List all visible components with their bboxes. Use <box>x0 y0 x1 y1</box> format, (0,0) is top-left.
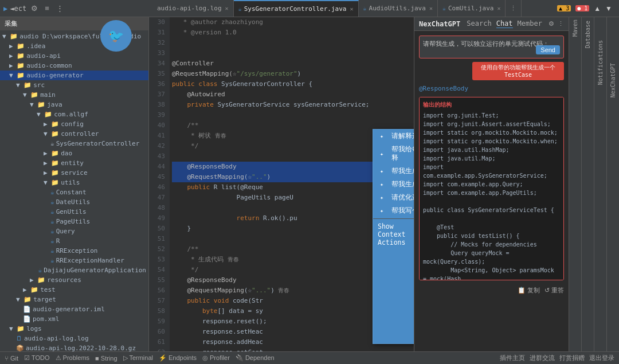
cm-explain-code[interactable]: ✦ 请解释这部分代码 <box>373 130 414 143</box>
tree-item-config[interactable]: ▶ 📁 config <box>0 119 148 129</box>
join-group-btn[interactable]: 进群交流 <box>530 354 555 362</box>
chat-input-box[interactable]: 请帮我生成，可以独立运行的单元测试代码： Send <box>419 36 564 58</box>
tree-item-rrexception[interactable]: ☕ RRException <box>0 246 148 256</box>
ai-sparkle-icon: ✦ <box>378 168 386 174</box>
tree-label: src <box>33 81 45 89</box>
tree-item-utils[interactable]: ▼ 📁 utils <box>0 178 148 187</box>
tree-item-dao[interactable]: ▶ 📁 dao <box>0 148 148 158</box>
settings-icon[interactable]: ⚙ <box>29 3 40 14</box>
close-icon[interactable]: ✕ <box>497 5 500 11</box>
retry-button[interactable]: ↺ 重答 <box>544 286 564 295</box>
donate-btn[interactable]: 打赏捐赠 <box>559 354 585 362</box>
tree-item-pageutils[interactable]: ☕ PageUtils <box>0 217 148 226</box>
tree-item-log1[interactable]: 🗒 audio-api-log.log <box>0 334 148 343</box>
generated-code: import org.junit.Test; import org.junit.… <box>423 111 560 280</box>
tree-item-log2[interactable]: 📦 audio-api-log.2022-10-28.0.gz <box>0 343 148 351</box>
close-icon[interactable]: ✕ <box>429 5 433 11</box>
bottom-bar: ⑂ Git ☑ TODO ⚠ Problems ■ String ▷ Termi… <box>0 351 619 364</box>
cm-item-label: 帮我写个简总结 <box>391 206 414 215</box>
git-btn[interactable]: ⑂ Git <box>5 355 18 362</box>
up-arrow-btn[interactable]: ▲ <box>594 5 601 13</box>
java-file-icon: ☕ <box>38 267 42 274</box>
tab-audio-log[interactable]: audio-api-log.log ✕ <box>152 0 234 17</box>
nexchatgpt-side-label[interactable]: NexChatGPT <box>610 63 616 97</box>
cm-gen-unit-tests[interactable]: ✦ 帮我生成单元测试 <box>373 178 414 191</box>
cm-optimize-code[interactable]: ✦ 请优化这部分代码 <box>373 191 414 204</box>
notifications-label[interactable]: Notifications <box>597 40 604 85</box>
tree-item-dateutils[interactable]: ☕ DateUtils <box>0 197 148 207</box>
code-line <box>172 110 412 120</box>
tree-item-constant[interactable]: ☕ Constant <box>0 187 148 197</box>
cm-item-label: Show Context Actions <box>378 222 414 246</box>
database-panel: Database <box>581 17 594 351</box>
down-arrow-btn[interactable]: ▼ <box>605 5 612 13</box>
tab-com-util[interactable]: ☕ ComUtil.java ✕ <box>438 0 506 17</box>
cm-write-summary[interactable]: ✦ 帮我写个简总结 <box>373 204 414 217</box>
tree-item-logs[interactable]: ▼ 📁 logs <box>0 324 148 334</box>
tab-label: audio-api-log.log <box>157 5 222 12</box>
tree-item-target[interactable]: ▼ 📁 target <box>0 295 148 304</box>
tree-item-com-allgf[interactable]: ▼ 📁 com.allgf <box>0 109 148 119</box>
tree-item-genutils[interactable]: ☕ GenUtils <box>0 207 148 217</box>
tree-item-service[interactable]: ▶ 📁 service <box>0 168 148 178</box>
tab-audio-utils[interactable]: ☕ AudioUtils.java ✕ <box>359 0 438 17</box>
close-icon[interactable]: ✕ <box>350 6 353 12</box>
database-label[interactable]: Database <box>585 21 591 48</box>
tree-item-sysgenerator-ctrl[interactable]: ☕ SysGeneratorController <box>0 139 148 148</box>
tree-item-r[interactable]: ☕ R <box>0 236 148 246</box>
tree-item-entity[interactable]: ▶ 📁 entity <box>0 158 148 168</box>
tab-sys-generator[interactable]: ☕ SysGeneratorController.java ✕ <box>234 0 359 17</box>
nexchatgpt-brand: NexChatGPT <box>419 20 460 28</box>
maven-label[interactable]: Maven <box>572 19 578 37</box>
more-icon-right[interactable]: ⋮ <box>558 20 564 28</box>
tab-chat[interactable]: Chat <box>496 19 513 28</box>
tab-search[interactable]: Search <box>467 19 491 28</box>
menu-icon[interactable]: ≡ <box>42 3 52 14</box>
code-line: @RequestMapping(☆"/sys/generator") <box>172 69 412 79</box>
close-icon[interactable]: ✕ <box>225 5 229 11</box>
more-icon[interactable]: ⋮ <box>54 3 66 14</box>
logout-btn[interactable]: 退出登录 <box>589 354 614 362</box>
tree-item-test[interactable]: ▶ 📁 test <box>0 285 148 295</box>
tab-member[interactable]: Member <box>518 19 542 28</box>
tree-item-controller[interactable]: ▼ 📁 controller <box>0 129 148 139</box>
todo-btn[interactable]: ☑ TODO <box>24 354 49 362</box>
tree-item-audio-generator[interactable]: ▼ 📁 audio-generator <box>0 71 148 80</box>
tree-item-src[interactable]: ▼ 📁 src <box>0 80 148 90</box>
tree-item-iml[interactable]: 📄 audio-generator.iml <box>0 304 148 314</box>
tree-item-java[interactable]: ▼ 📁 java <box>0 100 148 109</box>
ai-context-submenu: ✦ 请解释这部分代码 ✦ 帮我给每一行加上注释 ✦ 帮我生成测试用例 ✦ <box>373 129 414 344</box>
problems-btn[interactable]: ⚠ Problems <box>56 354 90 362</box>
profiler-btn[interactable]: ◎ Profiler <box>202 354 230 362</box>
dependen-btn[interactable]: 🔌 Dependen <box>236 354 275 362</box>
file-tree: ▼ 📁 audio D:\workspace\fulihua\audio ▶ 📁… <box>0 30 148 351</box>
tree-item-rrexceptionhandler[interactable]: ☕ RRExceptionHandler <box>0 256 148 265</box>
project-label[interactable]: ◄ect <box>10 5 26 13</box>
tree-label: audio-api-log.log <box>24 335 89 342</box>
folder-icon: ▶ 📁 <box>9 52 25 60</box>
send-button[interactable]: Send <box>536 45 560 54</box>
tree-label: utils <box>61 179 80 186</box>
tree-item-dajiaju[interactable]: ☕ DajiajuGeneratorApplication <box>0 265 148 275</box>
tree-item-audio-api[interactable]: ▶ 📁 audio-api <box>0 51 148 61</box>
string-btn[interactable]: ■ String <box>95 355 117 362</box>
terminal-btn[interactable]: ▷ Terminal <box>123 354 153 362</box>
cm-show-context-actions[interactable]: Show Context Actions Alt+Enter <box>373 220 414 249</box>
tree-item-resources[interactable]: ▶ 📁 resources <box>0 275 148 285</box>
tree-label: main <box>40 91 56 99</box>
copy-button[interactable]: 📋 复制 <box>518 286 540 295</box>
error-badge: ● 1 <box>575 5 589 11</box>
tree-item-pom1[interactable]: 📄 pom.xml <box>0 314 148 324</box>
endpoints-btn[interactable]: ⚡ Endpoints <box>159 354 197 362</box>
tab-more[interactable]: ⋮ <box>506 0 522 17</box>
cm-add-comments[interactable]: ✦ 帮我给每一行加上注释 <box>373 143 414 165</box>
cm-gen-test-cases[interactable]: ✦ 帮我生成测试用例 <box>373 165 414 178</box>
tree-item-query[interactable]: ☕ Query <box>0 226 148 236</box>
line-numbers: 30313233 34353637 38394041 42434445 4647… <box>149 17 170 351</box>
plugin-home-btn[interactable]: 插件主页 <box>500 354 525 362</box>
tree-item-main[interactable]: ▼ 📁 main <box>0 90 148 100</box>
ai-sparkle-icon: ✦ <box>378 181 386 187</box>
tree-item-audio-common[interactable]: ▶ 📁 audio-common <box>0 61 148 71</box>
context-menu-overlay: ✦ 请解释这部分代码 ✦ 帮我给每一行加上注释 ✦ 帮我生成测试用例 ✦ <box>373 129 414 344</box>
settings-icon-right[interactable]: ⚙ <box>549 20 554 28</box>
